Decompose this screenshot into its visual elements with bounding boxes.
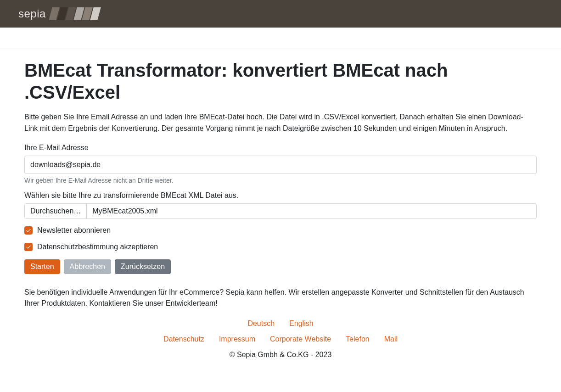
button-row: Starten Abbrechen Zurücksetzen — [24, 259, 537, 274]
lang-en-link[interactable]: English — [289, 319, 313, 328]
file-input[interactable]: Durchsuchen… MyBMEcat2005.xml — [24, 203, 537, 219]
check-icon — [26, 228, 31, 233]
language-links: Deutsch English — [24, 319, 537, 328]
email-help: Wir geben Ihre E-Mail Adresse nicht an D… — [24, 177, 537, 184]
brand-text: sepia — [18, 7, 46, 20]
footer-links: Datenschutz Impressum Corporate Website … — [24, 335, 537, 343]
file-group: Wählen sie bitte Ihre zu transformierend… — [24, 191, 537, 219]
newsletter-check[interactable]: Newsletter abonnieren — [24, 226, 537, 235]
file-label: Wählen sie bitte Ihre zu transformierend… — [24, 191, 537, 200]
footer-imprint-link[interactable]: Impressum — [219, 335, 255, 343]
privacy-check[interactable]: Datenschutzbestimmung akzeptieren — [24, 243, 537, 251]
file-name: MyBMEcat2005.xml — [87, 204, 536, 218]
cancel-button[interactable]: Abbrechen — [64, 259, 111, 274]
email-group: Ihre E-Mail Adresse Wir geben Ihre E-Mai… — [24, 144, 537, 184]
intro-text: Bitte geben Sie Ihre Email Adresse an un… — [24, 112, 537, 134]
newsletter-checkbox[interactable] — [24, 226, 33, 235]
brand-logo[interactable]: sepia — [18, 7, 99, 20]
privacy-label: Datenschutzbestimmung akzeptieren — [37, 243, 158, 251]
email-field[interactable] — [24, 156, 537, 174]
footer-corporate-link[interactable]: Corporate Website — [270, 335, 331, 343]
nav-divider — [0, 49, 561, 49]
outro-text: Sie benötigen individuelle Anwendungen f… — [24, 287, 537, 310]
privacy-checkbox[interactable] — [24, 243, 33, 251]
footer-mail-link[interactable]: Mail — [384, 335, 398, 343]
check-icon — [26, 244, 31, 250]
copyright: © Sepia Gmbh & Co.KG - 2023 — [24, 351, 537, 370]
file-browse-button[interactable]: Durchsuchen… — [25, 204, 87, 218]
brand-icon — [50, 7, 99, 20]
newsletter-label: Newsletter abonnieren — [37, 226, 111, 235]
footer-privacy-link[interactable]: Datenschutz — [163, 335, 204, 343]
footer-phone-link[interactable]: Telefon — [346, 335, 370, 343]
topbar: sepia — [0, 0, 561, 28]
email-label: Ihre E-Mail Adresse — [24, 144, 537, 152]
lang-de-link[interactable]: Deutsch — [247, 319, 275, 328]
page-title: BMEcat Transformator: konvertiert BMEcat… — [24, 59, 537, 103]
reset-button[interactable]: Zurücksetzen — [115, 259, 171, 274]
start-button[interactable]: Starten — [24, 259, 60, 274]
